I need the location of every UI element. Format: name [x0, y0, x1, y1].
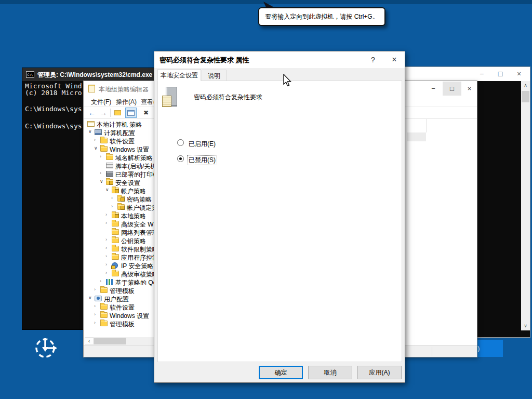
script-icon [106, 163, 113, 168]
tab-local-security-setting[interactable]: 本地安全设置 [157, 69, 201, 81]
user-icon [95, 296, 102, 301]
scroll-left-icon[interactable]: ‹ [85, 337, 94, 345]
close-icon[interactable]: × [510, 67, 528, 81]
scroll-up-icon[interactable]: ∧ [521, 81, 530, 90]
chevron-collapsed-icon[interactable]: › [105, 245, 107, 250]
chevron-collapsed-icon[interactable]: › [105, 220, 107, 225]
chevron-collapsed-icon[interactable]: › [94, 312, 96, 317]
ok-button[interactable]: 确定 [259, 366, 303, 379]
dialog-tab-panel [157, 81, 402, 362]
toolbar-separator [139, 109, 139, 117]
folder-icon [112, 221, 119, 227]
cancel-button[interactable]: 取消 [308, 366, 352, 379]
folder-icon [100, 138, 108, 143]
pending-restart-icon [31, 333, 60, 362]
chevron-expanded-icon[interactable]: ∨ [94, 145, 98, 151]
window-icon [127, 110, 135, 116]
policy-icon [87, 121, 95, 127]
dialog-title: 密码必须符合复杂性要求 属性 [159, 56, 249, 65]
chevron-expanded-icon[interactable]: ∨ [88, 129, 92, 134]
chevron-collapsed-icon[interactable]: › [94, 287, 96, 292]
radio-circle-icon[interactable] [177, 139, 184, 146]
mouse-cursor [283, 74, 293, 87]
chevron-collapsed-icon[interactable]: › [105, 262, 107, 267]
gpe-window-title: 本地组策略编辑器 [99, 85, 149, 94]
folder-icon [100, 321, 108, 326]
chevron-collapsed-icon[interactable]: › [94, 303, 96, 309]
radio-label[interactable]: 已禁用(S) [187, 155, 217, 165]
close-icon[interactable]: × [461, 82, 477, 96]
printer-icon [106, 171, 113, 177]
radio-circle-icon[interactable] [177, 155, 184, 162]
folder-icon [112, 246, 119, 251]
folder-lock-icon [117, 196, 125, 202]
minimize-icon[interactable]: − [472, 67, 491, 81]
folder-icon [112, 237, 119, 243]
minimize-icon[interactable]: − [424, 82, 443, 96]
show-properties-icon[interactable] [125, 108, 137, 118]
list-item-remnant [407, 132, 426, 141]
statusbar-divider [432, 347, 432, 356]
menu-item[interactable]: 文件(F) [91, 98, 111, 107]
folder-lock-icon [112, 212, 119, 218]
policy-icon [166, 87, 177, 107]
maximize-icon[interactable]: □ [443, 82, 461, 96]
dialog-titlebar: 密码必须符合复杂性要求 属性 ? × [154, 51, 405, 68]
cmd-output-line: (c) 2018 Micro [25, 89, 82, 97]
tree-item-label[interactable]: 管理模板 [110, 320, 135, 329]
chevron-expanded-icon[interactable]: ∨ [105, 187, 109, 192]
cmd-output-line: C:\Windows\sys [25, 122, 82, 130]
vm-input-tooltip: 要将输入定向到此虚拟机，请按 Ctrl+G。 [258, 7, 385, 26]
scroll-down-icon[interactable]: ∨ [521, 322, 530, 330]
properties-dialog[interactable]: 密码必须符合复杂性要求 属性 ? × 本地安全设置说明 密码必须符合复杂性要求 … [154, 51, 405, 383]
back-icon[interactable]: ← [87, 108, 97, 118]
folder-icon [112, 254, 119, 260]
radio-dot [179, 157, 182, 160]
chevron-collapsed-icon[interactable]: › [94, 137, 96, 142]
chevron-collapsed-icon[interactable]: › [105, 254, 107, 259]
chevron-collapsed-icon[interactable]: › [100, 154, 101, 159]
chart-icon [106, 279, 113, 285]
cmd-output-line: C:\Windows\sys [25, 105, 82, 113]
folder-icon [112, 271, 119, 276]
help-icon[interactable]: ? [365, 52, 381, 68]
maximize-icon[interactable]: □ [491, 67, 510, 81]
close-icon[interactable]: × [385, 52, 404, 68]
scrollbar-thumb[interactable] [94, 338, 126, 344]
chevron-collapsed-icon[interactable]: › [105, 212, 107, 217]
tab-explain[interactable]: 说明 [202, 70, 227, 81]
computer-icon [95, 129, 102, 135]
folder-icon [100, 312, 108, 318]
folder-icon [114, 110, 121, 115]
chevron-collapsed-icon[interactable]: › [100, 278, 101, 284]
chevron-collapsed-icon[interactable]: › [100, 170, 101, 176]
radio-label[interactable]: 已启用(E) [187, 139, 217, 149]
chevron-collapsed-icon[interactable]: › [94, 320, 96, 325]
folder-icon [100, 304, 108, 310]
chevron-collapsed-icon[interactable]: › [111, 195, 113, 201]
policy-name-label: 密码必须符合复杂性要求 [194, 93, 262, 102]
folder-icon [100, 146, 108, 152]
list-column-divider [426, 119, 427, 132]
apply-button[interactable]: 应用(A) [357, 366, 402, 379]
background-dialog-button-partial[interactable]: ) [476, 340, 503, 357]
folder-icon [106, 154, 113, 160]
cmd-icon: C:\ [26, 71, 34, 78]
forward-icon[interactable]: → [98, 108, 109, 118]
export-list-icon[interactable] [113, 108, 123, 118]
chevron-collapsed-icon[interactable]: › [111, 204, 113, 209]
cmd-window-title: 管理员: C:\Windows\system32\cmd.exe [37, 71, 152, 79]
menu-item[interactable]: 操作(A) [116, 98, 137, 107]
chevron-collapsed-icon[interactable]: › [105, 237, 107, 242]
chevron-expanded-icon[interactable]: ∨ [88, 295, 92, 300]
chevron-expanded-icon[interactable]: ∨ [100, 179, 103, 184]
delete-icon[interactable]: ✖ [141, 108, 151, 118]
folder-lock-icon [106, 179, 113, 185]
globe-icon [112, 262, 118, 269]
folder-icon [112, 229, 119, 235]
scrollbar-thumb[interactable] [522, 91, 529, 102]
chevron-collapsed-icon[interactable]: › [105, 270, 107, 275]
folder-lock-icon [117, 204, 125, 210]
console2-scrollbar[interactable]: ∧ ∨ [521, 81, 530, 330]
toolbar-separator [110, 109, 111, 117]
